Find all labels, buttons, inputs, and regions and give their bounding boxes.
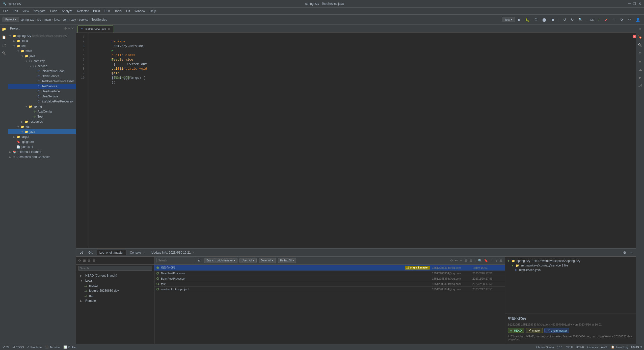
status-encoding[interactable]: UTF-8 bbox=[576, 346, 584, 349]
breadcrumb-part-3[interactable]: java bbox=[54, 18, 60, 21]
menu-file[interactable]: File bbox=[1, 9, 10, 14]
tree-user-service[interactable]: ▶ C UserService bbox=[8, 94, 76, 99]
code-content[interactable]: package com.zzy.service; ▶ public class … bbox=[89, 33, 632, 248]
git-log-row-4[interactable]: readme for this project 13512283334@qq.c… bbox=[154, 287, 505, 292]
tree-user-interface[interactable]: ▶ C UserInterface bbox=[8, 89, 76, 94]
status-todo-item[interactable]: ☑ TODO bbox=[12, 345, 24, 349]
side-icon-plugins[interactable]: 🔌 bbox=[1, 50, 7, 56]
git-branch-local[interactable]: ▼ Local bbox=[76, 278, 154, 283]
breadcrumb-part-2[interactable]: main bbox=[44, 18, 51, 21]
tree-main[interactable]: ▼ 📁 main bbox=[8, 48, 76, 53]
side-icon-project[interactable]: 📁 bbox=[1, 26, 7, 32]
stop-button[interactable]: ⏹ bbox=[549, 17, 556, 22]
git-update-icon[interactable]: ⟳ bbox=[619, 17, 625, 22]
git-log-settings-icon[interactable]: ⚙ bbox=[196, 258, 202, 263]
menu-view[interactable]: View bbox=[20, 9, 31, 14]
git-check-icon[interactable]: ✓ bbox=[596, 17, 602, 22]
git-log-row-3[interactable]: test 13512283334@qq.com 2023/2/20 17:59 bbox=[154, 281, 505, 287]
user-filter[interactable]: User: All ▾ bbox=[239, 258, 257, 263]
git-log-filter2-icon[interactable]: ⊟ bbox=[469, 258, 473, 263]
breadcrumb-part-6[interactable]: service bbox=[79, 18, 89, 21]
right-icon-run[interactable]: ▶ bbox=[637, 74, 643, 80]
menu-run[interactable]: Run bbox=[102, 9, 112, 14]
bottom-tab-update[interactable]: Update Info: 2023/6/30 16:21 ✕ bbox=[149, 250, 198, 255]
git-log-undo-icon[interactable]: ↩ bbox=[454, 258, 458, 263]
git-branch-head[interactable]: ▶ HEAD (Current Branch) bbox=[76, 273, 154, 278]
status-line-sep[interactable]: CRLF bbox=[566, 346, 573, 349]
tree-scratches[interactable]: ▶ ✏ Scratches and Consoles bbox=[8, 154, 76, 159]
right-icon-git2[interactable]: ⎇ bbox=[637, 83, 643, 89]
bottom-tab-git[interactable]: Git: bbox=[86, 250, 96, 255]
menu-edit[interactable]: Edit bbox=[11, 9, 20, 14]
menu-navigate[interactable]: Navigate bbox=[32, 9, 47, 14]
git-x-icon[interactable]: ✗ bbox=[603, 17, 609, 22]
tree-ext-libs[interactable]: ▶ 📚 External Libraries bbox=[8, 149, 76, 154]
status-aws[interactable]: AWS: bbox=[601, 346, 608, 349]
menu-code[interactable]: Code bbox=[48, 9, 59, 14]
git-undo-icon[interactable]: ↩ bbox=[627, 17, 633, 22]
git-log-search-input[interactable] bbox=[156, 258, 194, 263]
tree-resources[interactable]: ▶ 📁 resources bbox=[8, 119, 76, 124]
breadcrumb-part-1[interactable]: src bbox=[37, 18, 41, 21]
status-profiler-item[interactable]: 📊 Profiler bbox=[63, 345, 77, 349]
menu-build[interactable]: Build bbox=[91, 9, 102, 14]
right-icon-aws[interactable]: ☁ bbox=[637, 66, 643, 72]
git-log-sort-icon[interactable]: ↕ bbox=[495, 258, 498, 263]
panel-close-icon[interactable]: ✕ bbox=[71, 26, 74, 30]
right-icon-plugins[interactable]: 🔌 bbox=[637, 42, 643, 48]
tree-src[interactable]: ▼ 📁 src bbox=[8, 43, 76, 48]
right-icon-structure[interactable]: ≡ bbox=[637, 26, 643, 32]
menu-help[interactable]: Help bbox=[148, 9, 158, 14]
status-csdn[interactable]: CSDN ⊞ bbox=[631, 345, 642, 349]
breadcrumb-part-4[interactable]: com bbox=[63, 18, 68, 21]
search-button[interactable]: 🔍 bbox=[577, 17, 584, 22]
side-icon-git[interactable]: ⎇ bbox=[1, 42, 7, 48]
status-line-col[interactable]: 10:1 bbox=[557, 346, 562, 349]
git-log-redo-icon[interactable]: ↪ bbox=[459, 258, 463, 263]
tree-com-zzy[interactable]: ▼ ⬡ com.zzy bbox=[8, 59, 76, 64]
undo-button[interactable]: ↺ bbox=[562, 17, 568, 22]
settings-icon[interactable]: ⚙ bbox=[622, 250, 628, 255]
git-branch-master[interactable]: ⎇ master bbox=[76, 283, 154, 288]
git-branch-remote[interactable]: ▶ Remote bbox=[76, 298, 154, 303]
run-arrow-3[interactable]: ▶ bbox=[112, 49, 113, 52]
run-button[interactable]: ▶ bbox=[517, 17, 522, 22]
coverage-button[interactable]: ⬤ bbox=[541, 17, 548, 22]
tree-order-service[interactable]: ▶ C OrderService bbox=[8, 74, 76, 79]
git-arrow-icon[interactable]: → bbox=[611, 17, 618, 22]
paths-filter[interactable]: Paths: All ▾ bbox=[278, 258, 296, 263]
status-problems-item[interactable]: ⚠ Problems bbox=[27, 345, 42, 349]
git-expand-icon[interactable]: ⊞ bbox=[92, 258, 96, 263]
minimize-button[interactable]: ─ bbox=[628, 1, 631, 6]
status-indent[interactable]: 4 spaces bbox=[587, 346, 598, 349]
avatar-icon[interactable]: 👤 bbox=[634, 17, 641, 22]
status-terminal-item[interactable]: ⬛ Terminal bbox=[45, 345, 60, 349]
tab-close-button[interactable]: ✕ bbox=[108, 28, 110, 31]
status-git-item[interactable]: ⎇ 29 bbox=[2, 345, 9, 349]
tree-app-config[interactable]: ▶ ⚙ AppConfig bbox=[8, 109, 76, 114]
tree-pom[interactable]: ▶ 📄 pom.xml bbox=[8, 144, 76, 149]
git-log-search2-icon[interactable]: 🔍 bbox=[477, 258, 482, 263]
close-button[interactable]: ✕ bbox=[638, 1, 641, 6]
debug-button[interactable]: 🐛 bbox=[524, 17, 531, 22]
git-log-row-0[interactable]: 初始化代码 ⎇ origin & master 13512283334@qq.c… bbox=[154, 265, 505, 271]
run-arrow-5[interactable]: ▶ bbox=[112, 58, 113, 62]
tree-root[interactable]: ▼ 📁 spring-zzy D:\work\workspace2\spring… bbox=[8, 33, 76, 38]
tree-test-class[interactable]: ▶ ⚙ Test bbox=[8, 114, 76, 119]
git-collapse-icon[interactable]: ⊟ bbox=[87, 258, 91, 263]
editor-tab-testservice[interactable]: C TestService.java ✕ bbox=[77, 25, 113, 33]
code-editor[interactable]: 1 2 3 4 5 6 7 8 9 10 package com.zzy.ser… bbox=[76, 33, 636, 248]
git-branch-feature[interactable]: ⎇ feature-20230630-dev bbox=[76, 288, 154, 293]
detail-tree-file[interactable]: C TestService.java bbox=[507, 268, 634, 272]
side-icon-commit[interactable]: 📋 bbox=[1, 34, 7, 40]
breadcrumb-part-7[interactable]: TestService bbox=[92, 18, 107, 21]
tree-test-java[interactable]: ▼ 📁 java bbox=[8, 129, 76, 134]
branch-filter[interactable]: Branch: origin/master ▾ bbox=[204, 258, 237, 263]
git-refresh-icon[interactable]: ⟳ bbox=[78, 258, 82, 263]
git-log-row-2[interactable]: BeanPostProcessor 13512283334@qq.com 202… bbox=[154, 276, 505, 281]
git-branch-uat[interactable]: ⎇ uat bbox=[76, 293, 154, 298]
right-icon-bookmarks[interactable]: 🔖 bbox=[637, 34, 643, 40]
git-filter-icon[interactable]: ⊞ bbox=[83, 258, 86, 263]
run-config-dropdown[interactable]: Test ▾ bbox=[502, 17, 515, 22]
right-icon-settings[interactable]: ⚙ bbox=[637, 50, 643, 56]
